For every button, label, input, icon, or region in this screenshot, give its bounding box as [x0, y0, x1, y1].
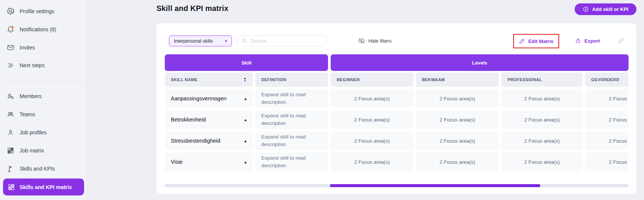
hide-filters-label: Hide filters — [368, 38, 391, 44]
sidebar-item-label: Profile settings — [20, 8, 54, 14]
matrix-column-headers: SKILL NAME ▲ ▼ DEFINITION BEGINNER BEKWA… — [165, 72, 629, 87]
teams-icon — [7, 111, 14, 118]
flag-icon — [7, 165, 14, 172]
matrix-rows: Aanpassingsvermogen ▲ Expand skill to re… — [165, 89, 629, 171]
sidebar-item-skills-and-kpis[interactable]: Skills and KPIs — [0, 162, 87, 175]
column-header-bekwaam: BEKWAAM — [416, 72, 499, 87]
collapse-arrows-icon — [617, 37, 625, 45]
edit-matrix-label: Edit Matrix — [528, 38, 553, 44]
sidebar-item-label: Teams — [20, 111, 35, 117]
column-header-professional: PROFESSIONAL — [501, 72, 583, 87]
column-header-gevorderd: GEVORDERD — [585, 72, 629, 87]
focus-area-cell-bekwaam[interactable]: 2 Focus area(s) — [416, 131, 499, 150]
search-input[interactable] — [251, 38, 319, 44]
skill-name-cell[interactable]: Betrokkenheid ▲ — [165, 110, 253, 129]
focus-area-cell-beginner[interactable]: 2 Focus area(s) — [331, 131, 413, 150]
add-skill-or-kpi-button[interactable]: Add skill or KPI — [575, 3, 636, 15]
sidebar: Profile settings Notifications (8) Invit… — [0, 0, 87, 200]
definition-cell: Expand skill to read description — [255, 152, 328, 171]
sidebar-item-job-profiles[interactable]: Job profiles — [0, 126, 87, 139]
sidebar-item-teams[interactable]: Teams — [0, 108, 87, 121]
focus-area-cell-bekwaam[interactable]: 2 Focus area(s) — [416, 89, 499, 108]
collapse-row-icon[interactable]: ▲ — [244, 97, 247, 101]
skill-category-dropdown[interactable]: Interpersonal skills ▼ — [169, 35, 232, 46]
sort-desc-icon: ▼ — [244, 80, 247, 82]
annotation-highlight-box: Edit Matrix — [513, 34, 559, 48]
focus-area-cell-gevorderd[interactable]: 2 Focus area(s) — [585, 110, 629, 129]
skill-name-cell[interactable]: Stressbestendigheid ▲ — [165, 131, 253, 150]
focus-area-cell-professional[interactable]: 2 Focus area(s) — [501, 110, 583, 129]
focus-area-cell-professional[interactable]: 2 Focus area(s) — [501, 89, 583, 108]
focus-area-cell-gevorderd[interactable]: 2 Focus area(s) — [585, 152, 629, 171]
horizontal-scrollbar-track[interactable] — [165, 184, 629, 187]
collapse-row-icon[interactable]: ▲ — [244, 139, 247, 143]
collapse-view-button[interactable] — [617, 37, 625, 45]
page-title: Skill and KPI matrix — [156, 4, 228, 13]
skill-name-cell[interactable]: Aanpassingsvermogen ▲ — [165, 89, 253, 108]
sidebar-item-members[interactable]: Members — [0, 89, 87, 103]
horizontal-scrollbar-thumb[interactable] — [330, 184, 540, 187]
sidebar-item-job-matrix[interactable]: Job matrix — [0, 144, 87, 157]
definition-cell: Expand skill to read description — [255, 110, 328, 129]
envelope-icon — [7, 44, 14, 51]
group-header-levels: Levels — [331, 54, 629, 71]
chevron-down-icon: ▼ — [224, 39, 228, 43]
collapse-row-icon[interactable]: ▲ — [244, 160, 247, 164]
bell-icon — [7, 26, 14, 33]
focus-area-cell-gevorderd[interactable]: 2 Focus area(s) — [585, 131, 629, 150]
add-button-label: Add skill or KPI — [592, 6, 628, 12]
table-row: Aanpassingsvermogen ▲ Expand skill to re… — [165, 89, 629, 108]
dropdown-selected-value: Interpersonal skills — [174, 38, 213, 44]
sidebar-item-notifications[interactable]: Notifications (8) — [0, 23, 87, 36]
sidebar-item-label: Job profiles — [20, 129, 47, 135]
export-button[interactable]: Export — [575, 35, 600, 46]
sidebar-item-profile-settings[interactable]: Profile settings — [0, 5, 87, 18]
definition-cell: Expand skill to read description — [255, 89, 328, 108]
matrix-group-headers: Skill Levels — [165, 54, 629, 71]
sidebar-item-label: Skills and KPI matrix — [20, 184, 72, 190]
sidebar-divider — [4, 81, 83, 82]
focus-area-cell-beginner[interactable]: 2 Focus area(s) — [331, 152, 413, 171]
pencil-icon — [519, 38, 525, 44]
sidebar-item-label: Next steps — [20, 62, 44, 68]
plus-circle-icon — [583, 6, 589, 12]
person-icon — [7, 129, 14, 136]
sidebar-item-label: Members — [20, 93, 41, 99]
sidebar-item-label: Skills and KPIs — [20, 166, 55, 172]
focus-area-cell-bekwaam[interactable]: 2 Focus area(s) — [416, 110, 499, 129]
column-header-definition: DEFINITION — [255, 72, 328, 87]
table-row: Stressbestendigheid ▲ Expand skill to re… — [165, 131, 629, 150]
focus-area-cell-professional[interactable]: 2 Focus area(s) — [501, 131, 583, 150]
gear-icon — [7, 8, 14, 15]
member-search-icon — [7, 92, 14, 100]
sidebar-item-next-steps[interactable]: Next steps — [0, 58, 87, 72]
hide-filters-button[interactable]: Hide filters — [358, 35, 391, 46]
focus-area-cell-beginner[interactable]: 2 Focus area(s) — [331, 110, 413, 129]
column-header-skill-name[interactable]: SKILL NAME ▲ ▼ — [165, 72, 253, 87]
search-box — [236, 35, 328, 46]
focus-area-cell-beginner[interactable]: 2 Focus area(s) — [331, 89, 413, 108]
sidebar-item-label: Job matrix — [20, 148, 44, 154]
sort-toggle-icon[interactable]: ▲ ▼ — [244, 77, 247, 82]
export-label: Export — [584, 38, 600, 44]
grid-icon — [8, 183, 15, 191]
search-icon — [241, 38, 247, 44]
eye-off-icon — [358, 37, 365, 44]
sidebar-item-skills-and-kpi-matrix-active[interactable]: Skills and KPI matrix — [3, 178, 84, 195]
sidebar-item-label: Invites — [20, 45, 35, 51]
collapse-row-icon[interactable]: ▲ — [244, 118, 247, 122]
focus-area-cell-professional[interactable]: 2 Focus area(s) — [501, 152, 583, 171]
export-icon — [575, 38, 581, 44]
definition-cell: Expand skill to read description — [255, 131, 328, 150]
edit-matrix-button[interactable]: Edit Matrix — [519, 38, 553, 44]
group-header-skill: Skill — [165, 54, 328, 71]
sidebar-item-label: Notifications (8) — [20, 26, 56, 32]
skill-name-cell[interactable]: Visie ▲ — [165, 152, 253, 171]
focus-area-cell-bekwaam[interactable]: 2 Focus area(s) — [416, 152, 499, 171]
table-row: Visie ▲ Expand skill to read description… — [165, 152, 629, 171]
table-row: Betrokkenheid ▲ Expand skill to read des… — [165, 110, 629, 129]
focus-area-cell-gevorderd[interactable]: 2 Focus area(s) — [585, 89, 629, 108]
grid-icon — [7, 147, 14, 154]
matrix-card: Interpersonal skills ▼ Hide filters Edit… — [156, 23, 636, 194]
sidebar-item-invites[interactable]: Invites — [0, 41, 87, 54]
